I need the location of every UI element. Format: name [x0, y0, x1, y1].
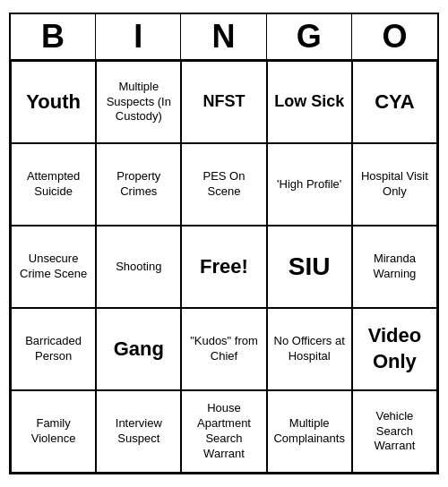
bingo-cell: Unsecure Crime Scene — [11, 226, 96, 308]
bingo-cell: No Officers at Hospital — [267, 308, 352, 390]
bingo-letter: I — [96, 14, 181, 59]
bingo-cell: Low Sick — [267, 61, 352, 143]
bingo-cell: Hospital Visit Only — [352, 143, 437, 226]
bingo-cell: Family Violence — [11, 390, 96, 473]
bingo-cell: House Apartment Search Warrant — [181, 390, 266, 473]
bingo-cell: Interview Suspect — [96, 390, 181, 473]
bingo-cell: Multiple Complainants — [267, 390, 352, 473]
bingo-cell: Property Crimes — [96, 143, 181, 226]
bingo-cell: Video Only — [352, 308, 437, 390]
bingo-letter: G — [267, 14, 352, 59]
bingo-cell: SIU — [267, 226, 352, 308]
bingo-grid: YouthMultiple Suspects (In Custody)NFSTL… — [11, 61, 437, 473]
bingo-cell: Multiple Suspects (In Custody) — [96, 61, 181, 143]
bingo-card: BINGO YouthMultiple Suspects (In Custody… — [9, 13, 439, 474]
bingo-cell: Gang — [96, 308, 181, 390]
bingo-cell: "Kudos" from Chief — [181, 308, 266, 390]
bingo-cell: PES On Scene — [181, 143, 266, 226]
bingo-cell: Miranda Warning — [352, 226, 437, 308]
bingo-cell: Shooting — [96, 226, 181, 308]
bingo-cell: CYA — [352, 61, 437, 143]
bingo-cell: Free! — [181, 226, 266, 308]
bingo-cell: Vehicle Search Warrant — [352, 390, 437, 473]
bingo-cell: Youth — [11, 61, 96, 143]
bingo-header: BINGO — [11, 14, 437, 61]
bingo-letter: N — [181, 14, 266, 59]
bingo-letter: B — [11, 14, 96, 59]
bingo-letter: O — [352, 14, 437, 59]
bingo-cell: NFST — [181, 61, 266, 143]
bingo-cell: Barricaded Person — [11, 308, 96, 390]
bingo-cell: Attempted Suicide — [11, 143, 96, 226]
bingo-cell: 'High Profile' — [267, 143, 352, 226]
